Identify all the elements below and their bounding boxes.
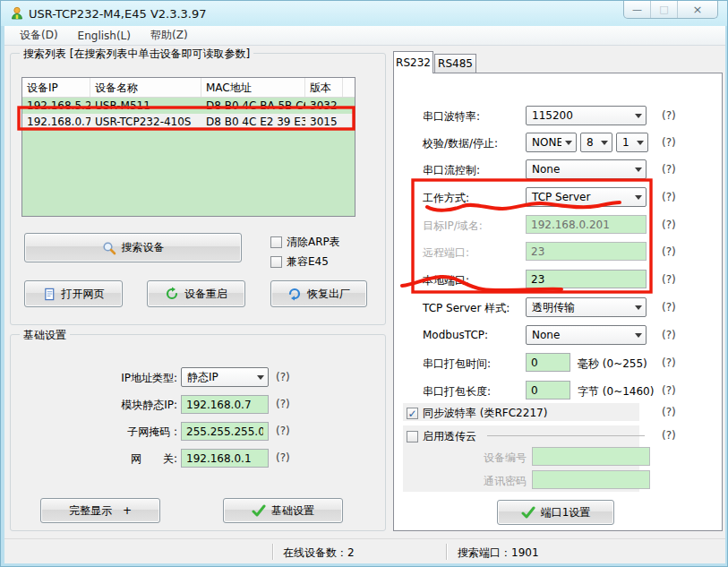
static-ip-input[interactable] xyxy=(181,395,269,414)
help-link[interactable]: (?) xyxy=(662,406,676,418)
remote-port-label: 远程端口: xyxy=(423,245,469,261)
baud-rate-value: 115200 xyxy=(527,109,631,122)
clear-arp-label: 清除ARP表 xyxy=(287,235,340,250)
subnet-mask-label: 子网掩码 : xyxy=(43,425,177,440)
comm-password-input[interactable] xyxy=(532,470,650,489)
help-link[interactable]: (?) xyxy=(276,425,290,437)
tab-rs485[interactable]: RS485 xyxy=(434,54,476,73)
pack-length-unit: 字节 (0~1460) xyxy=(578,384,654,399)
menu-device[interactable]: 设备(D) xyxy=(12,26,66,45)
checkbox-icon xyxy=(270,236,282,248)
parity-value: NONE xyxy=(527,136,561,149)
gateway-label: 网 关: xyxy=(43,451,177,467)
minimize-icon[interactable]: — xyxy=(624,1,651,18)
help-link[interactable]: (?) xyxy=(662,219,676,231)
stop-bits-value: 1 xyxy=(617,136,633,149)
full-display-label: 完整显示 + xyxy=(69,503,132,519)
chevron-down-icon xyxy=(631,326,646,344)
help-link[interactable]: (?) xyxy=(276,398,290,410)
col-mac[interactable]: MAC地址 xyxy=(201,78,305,97)
modbus-tcp-value: None xyxy=(527,329,631,341)
open-webpage-button[interactable]: 打开网页 xyxy=(24,280,123,307)
help-link[interactable]: (?) xyxy=(276,371,290,383)
static-ip-label: 模块静态IP: xyxy=(43,398,177,413)
pack-time-input[interactable] xyxy=(526,353,570,372)
compat-e45-checkbox[interactable]: 兼容E45 xyxy=(270,254,329,270)
col-device-name[interactable]: 设备名称 xyxy=(90,78,201,97)
work-mode-select[interactable]: TCP Server xyxy=(526,187,647,207)
factory-reset-button[interactable]: 恢复出厂 xyxy=(270,280,367,307)
search-port-status: 搜索端口：1901 xyxy=(458,546,539,561)
sync-baud-checkbox[interactable]: ✓ 同步波特率 (类RFC2217) xyxy=(407,406,547,421)
modbus-tcp-select[interactable]: None xyxy=(526,325,647,345)
basic-group-title: 基础设置 xyxy=(20,327,70,344)
compat-e45-label: 兼容E45 xyxy=(287,254,329,270)
table-row-selected[interactable]: 192.168.0.7 USR-TCP232-410S D8 B0 4C E2 … xyxy=(22,114,355,130)
table-row[interactable]: 192.168.5.21 USR-M511 D8 B0 4C BA 5B C6 … xyxy=(22,98,355,114)
tcp-server-style-value: 透明传输 xyxy=(527,300,631,315)
search-list-group: 搜索列表 [在搜索列表中单击设备即可读取参数] 设备IP 设备名称 MAC地址 … xyxy=(10,53,386,325)
help-link[interactable]: (?) xyxy=(662,109,676,122)
full-display-button[interactable]: 完整显示 + xyxy=(40,498,160,523)
cell-ip: 192.168.0.7 xyxy=(22,116,90,128)
chevron-down-icon xyxy=(253,368,268,386)
basic-apply-button[interactable]: 基础设置 xyxy=(223,498,343,523)
stop-bits-select[interactable]: 1 xyxy=(616,133,648,152)
help-link[interactable]: (?) xyxy=(662,357,676,369)
menu-help[interactable]: 帮助(Z) xyxy=(142,26,196,45)
factory-reset-icon xyxy=(287,287,302,301)
help-link[interactable]: (?) xyxy=(662,136,676,149)
chevron-down-icon xyxy=(597,133,612,151)
gateway-input[interactable] xyxy=(181,449,269,468)
checkbox-icon xyxy=(270,256,282,268)
col-device-ip[interactable]: 设备IP xyxy=(22,78,90,97)
local-port-input[interactable] xyxy=(526,270,647,288)
data-bits-value: 8 xyxy=(581,136,597,149)
help-link[interactable]: (?) xyxy=(662,245,676,258)
help-link[interactable]: (?) xyxy=(662,301,676,314)
ip-type-select[interactable]: 静态IP xyxy=(181,367,269,387)
parity-select[interactable]: NONE xyxy=(526,133,577,152)
maximize-icon[interactable]: □ xyxy=(651,1,678,18)
target-ip-input[interactable] xyxy=(526,215,647,234)
app-logo-icon xyxy=(10,6,24,21)
flow-control-value: None xyxy=(527,163,631,176)
flow-control-label: 串口流控制: xyxy=(423,163,480,178)
pack-length-input[interactable] xyxy=(526,381,570,399)
restart-icon xyxy=(165,287,179,301)
remote-port-input[interactable] xyxy=(526,242,647,261)
target-ip-label: 目标IP/域名: xyxy=(423,219,483,234)
help-link[interactable]: (?) xyxy=(662,329,676,341)
help-link[interactable]: (?) xyxy=(662,163,676,176)
device-id-input[interactable] xyxy=(532,447,650,466)
window-title: USR-TCP232-M4,E45 V2.3.3.97 xyxy=(29,7,207,21)
clear-arp-checkbox[interactable]: 清除ARP表 xyxy=(270,235,340,250)
cloud-checkbox[interactable]: 启用透传云 xyxy=(407,429,476,444)
flow-control-select[interactable]: None xyxy=(526,159,647,179)
pack-length-label: 串口打包长度: xyxy=(423,384,491,399)
close-icon[interactable]: × xyxy=(678,1,717,18)
port1-apply-button[interactable]: 端口1设置 xyxy=(497,500,614,525)
menu-english[interactable]: English(L) xyxy=(70,28,139,44)
subnet-mask-input[interactable] xyxy=(181,422,269,441)
help-link[interactable]: (?) xyxy=(276,451,290,464)
help-link[interactable]: (?) xyxy=(662,429,676,442)
comm-password-label: 通讯密码 xyxy=(471,474,527,489)
baud-rate-select[interactable]: 115200 xyxy=(526,106,647,125)
rs232-panel: 串口波特率: 115200 (?) 校验/数据/停止: NONE 8 xyxy=(393,73,723,531)
data-bits-select[interactable]: 8 xyxy=(580,133,612,152)
tcp-server-style-select[interactable]: 透明传输 xyxy=(526,297,647,317)
search-device-button[interactable]: 搜索设备 xyxy=(24,233,242,262)
restart-device-button[interactable]: 设备重启 xyxy=(147,280,245,307)
help-link[interactable]: (?) xyxy=(662,191,676,203)
check-icon xyxy=(252,504,266,518)
help-link[interactable]: (?) xyxy=(662,384,676,397)
app-window: USR-TCP232-M4,E45 V2.3.3.97 — □ × 设备(D) … xyxy=(0,0,728,567)
col-version[interactable]: 版本 xyxy=(305,78,343,97)
client-area: 设备(D) English(L) 帮助(Z) 搜索列表 [在搜索列表中单击设备即… xyxy=(4,26,725,563)
pack-time-unit: 毫秒 (0~255) xyxy=(578,357,647,372)
menu-bar: 设备(D) English(L) 帮助(Z) xyxy=(4,26,725,46)
titlebar: USR-TCP232-M4,E45 V2.3.3.97 — □ × xyxy=(1,1,727,26)
help-link[interactable]: (?) xyxy=(662,273,676,286)
tab-rs232[interactable]: RS232 xyxy=(393,51,433,73)
